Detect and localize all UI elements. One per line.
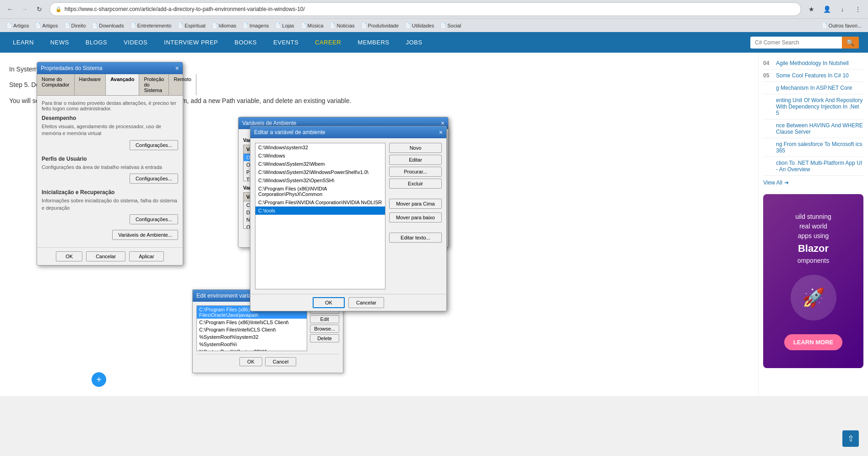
ad-illustration: 🚀 — [791, 275, 836, 320]
bookmark-idiomas[interactable]: 📄 Idiomas — [209, 22, 239, 29]
env-vars-btn[interactable]: Variáveis de Ambiente... — [112, 230, 178, 240]
bookmark-imagens[interactable]: 📄 Imagens — [240, 22, 271, 29]
forward-button[interactable]: → — [18, 3, 31, 16]
nav-events[interactable]: EVENTS — [270, 37, 302, 48]
bottom-path-item-4[interactable]: %SystemRoot%\ — [197, 341, 307, 348]
tab-avancado[interactable]: Avançado — [106, 74, 139, 95]
path-move-down-btn[interactable]: Mover para baixo — [389, 212, 442, 223]
bookmark-direito[interactable]: 📄 Direito — [62, 22, 89, 29]
sidebar-link-maui[interactable]: ction To .NET Multi-Platform App UI - An… — [776, 160, 863, 173]
download-button[interactable]: ↓ — [836, 3, 849, 16]
sidebar-link-unitofwork[interactable]: enting Unit Of Work And Repository With … — [776, 97, 863, 116]
bottom-ok-btn[interactable]: OK — [239, 357, 262, 366]
startup-section: Inicialização e Recuperação Informações … — [42, 189, 178, 224]
bookmark-artigos-2[interactable]: 📄 Artigos — [33, 22, 60, 29]
path-excluir-btn[interactable]: Excluir — [389, 179, 442, 189]
bottom-cancel-btn[interactable]: Cancel — [265, 357, 296, 366]
sys-props-close[interactable]: × — [175, 65, 179, 72]
bookmark-utilidades[interactable]: 📄 Utilidades — [402, 22, 437, 29]
bottom-edit-btn[interactable]: Edit — [310, 315, 339, 323]
search-button[interactable]: 🔍 — [842, 37, 859, 49]
startup-title: Inicialização e Recuperação — [42, 189, 178, 195]
sidebar-link-salesforce[interactable]: ng From salesforce To Microsoft ics 365 — [776, 141, 863, 154]
edit-buttons: Novo Editar Procurar... Excluir Mover pa… — [389, 143, 442, 289]
path-editar-btn[interactable]: Editar — [389, 155, 442, 165]
path-text-edit-btn[interactable]: Editar texto... — [389, 233, 442, 243]
path-item-7[interactable]: C:\tools — [255, 206, 385, 215]
sidebar-item-05: 05 Some Cool Features In C# 10 — [763, 70, 863, 82]
bookmark-espiritual[interactable]: 📄 Espiritual — [175, 22, 208, 29]
path-item-1[interactable]: C:\Windows — [255, 152, 385, 160]
sidebar-link-having[interactable]: nce Between HAVING And WHERE Clause Serv… — [776, 122, 863, 135]
path-item-2[interactable]: C:\Windows\System32\Wbem — [255, 160, 385, 168]
search-input[interactable] — [750, 37, 842, 49]
bookmark-icon: 📄 — [405, 23, 411, 28]
profile-button[interactable]: 👤 — [820, 3, 833, 16]
sidebar-num-04: 04 — [763, 60, 772, 66]
path-list[interactable]: C:\Windows\system32 C:\Windows C:\Window… — [255, 143, 385, 289]
path-novo-btn[interactable]: Novo — [389, 143, 442, 153]
path-procurar-btn[interactable]: Procurar... — [389, 167, 442, 177]
sys-cancel-btn[interactable]: Cancelar — [86, 251, 125, 261]
tab-protecao[interactable]: Proteção do Sistema — [139, 74, 169, 95]
nav-videos[interactable]: VIDEOS — [120, 37, 151, 48]
path-item-0[interactable]: C:\Windows\system32 — [255, 143, 385, 152]
nav-books[interactable]: BOOKS — [231, 37, 260, 48]
menu-button[interactable]: ⋮ — [852, 3, 864, 16]
tab-remoto[interactable]: Remoto — [169, 74, 196, 95]
bookmark-outros[interactable]: 📄 Outros favori... — [819, 22, 864, 29]
nav-blogs[interactable]: BLOGS — [82, 37, 111, 48]
plus-button[interactable]: + — [92, 372, 106, 387]
ad-learn-more-btn[interactable]: LEARN MORE — [784, 334, 842, 350]
sys-props-titlebar: Propriedades do Sistema × — [37, 62, 183, 74]
edit-var-close[interactable]: × — [439, 129, 443, 136]
path-item-4[interactable]: C:\Windows\System32\OpenSSH\ — [255, 176, 385, 185]
bottom-path-item-3[interactable]: %SystemRoot%\system32 — [197, 333, 307, 341]
nav-interview-prep[interactable]: INTERVIEW PREP — [160, 37, 222, 48]
refresh-button[interactable]: ↻ — [33, 3, 46, 16]
bookmark-musica[interactable]: 📄 Música — [298, 22, 326, 29]
bottom-path-section: C:\Program Files (x86)\Common Files\Orac… — [196, 305, 339, 351]
scroll-to-top-button[interactable]: ⇧ — [842, 430, 859, 447]
bottom-delete-btn[interactable]: Delete — [310, 334, 339, 342]
back-button[interactable]: ← — [4, 3, 16, 16]
bottom-path-item-2[interactable]: C:\Program Files\Intel\iCLS Client\ — [197, 326, 307, 333]
nav-learn[interactable]: LEARN — [9, 37, 38, 48]
edit-var-cancel-btn[interactable]: Cancelar — [348, 297, 384, 308]
bookmark-noticias[interactable]: 📄 Noticias — [327, 22, 357, 29]
view-all-link[interactable]: View All ➔ — [763, 176, 863, 190]
nav-news[interactable]: NEWS — [47, 37, 73, 48]
path-item-6[interactable]: C:\Program Files\NVIDIA Corporation\NVID… — [255, 198, 385, 206]
sys-apply-btn[interactable]: Aplicar — [129, 251, 164, 261]
nav-career[interactable]: CAREER — [311, 37, 345, 48]
bookmark-star-button[interactable]: ★ — [805, 3, 818, 16]
sidebar-link-05[interactable]: Some Cool Features In C# 10 — [776, 72, 849, 79]
path-item-5[interactable]: C:\Program Files (x86)\NVIDIA Corporatio… — [255, 185, 385, 198]
tab-hardware[interactable]: Hardware — [75, 74, 106, 95]
profile-btn[interactable]: Configurações... — [130, 174, 178, 184]
tab-computador[interactable]: Nome do Computador — [37, 74, 75, 95]
edit-var-ok-btn[interactable]: OK — [313, 297, 345, 308]
bookmark-downloads[interactable]: 📄 Downloads — [89, 22, 126, 29]
bookmark-icon: 📄 — [65, 23, 70, 28]
bookmark-icon: 📄 — [275, 23, 281, 28]
bottom-path-item-5[interactable]: %SystemRoot%\System32\Wbem — [197, 348, 307, 351]
nav-jobs[interactable]: JOBS — [402, 37, 426, 48]
path-move-up-btn[interactable]: Mover para Cima — [389, 199, 442, 209]
bookmark-produtividade[interactable]: 📄 Produtividade — [358, 22, 401, 29]
bottom-path-list[interactable]: C:\Program Files (x86)\Common Files\Orac… — [196, 305, 307, 351]
bookmark-social[interactable]: 📄 Social — [438, 22, 464, 29]
startup-btn[interactable]: Configurações... — [130, 214, 178, 224]
path-item-3[interactable]: C:\Windows\System32\WindowsPowerShell\v1… — [255, 168, 385, 176]
bottom-browse-btn[interactable]: Browse... — [310, 325, 339, 333]
sidebar-link-aspnet[interactable]: g Mechanism In ASP.NET Core — [776, 85, 852, 91]
bottom-path-item-1[interactable]: C:\Program Files (x86)\Intel\iCLS Client… — [197, 319, 307, 326]
sidebar-link-04[interactable]: Agile Methodology In Nutshell — [776, 60, 849, 66]
bookmark-artigos-1[interactable]: 📄 Artigos — [4, 22, 32, 29]
perf-btn[interactable]: Configurações... — [130, 140, 178, 150]
bookmark-lojas[interactable]: 📄 Lojas — [272, 22, 297, 29]
address-bar[interactable]: 🔒 https://www.c-sharpcorner.com/article/… — [49, 2, 801, 16]
nav-members[interactable]: MEMBERS — [354, 37, 393, 48]
sys-ok-btn[interactable]: OK — [56, 251, 82, 261]
bookmark-entretenimento[interactable]: 📄 Entretenimento — [128, 22, 174, 29]
